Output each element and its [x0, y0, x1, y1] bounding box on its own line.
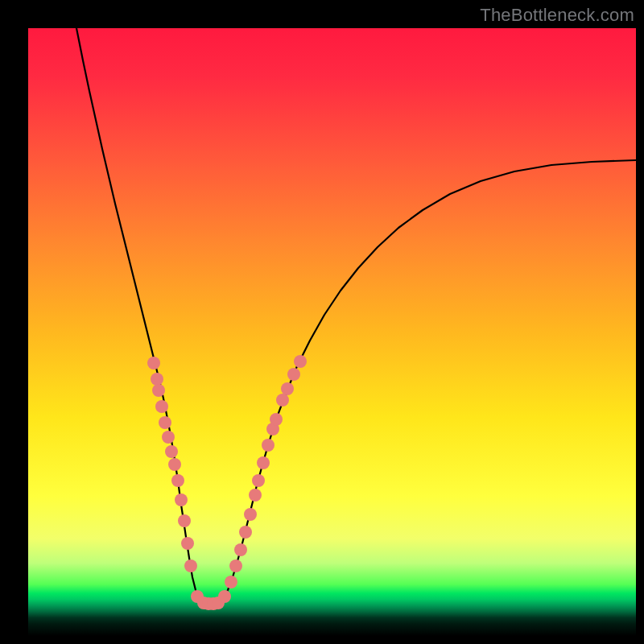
data-dot [239, 526, 252, 539]
data-dot [147, 357, 160, 369]
data-dot [294, 355, 307, 368]
data-dot [252, 474, 265, 487]
data-dot [225, 576, 237, 588]
chart-svg [28, 28, 636, 636]
data-dot [152, 384, 165, 397]
data-dot [165, 445, 178, 458]
data-dot [181, 537, 194, 550]
data-dot [287, 368, 300, 381]
watermark-text: TheBottleneck.com [480, 5, 634, 26]
data-dot [168, 458, 181, 471]
data-dot [171, 474, 184, 487]
data-dots [147, 355, 307, 610]
data-dot [229, 559, 242, 572]
bottleneck-curve [76, 28, 636, 604]
data-dot [270, 413, 283, 426]
data-dot [218, 590, 231, 603]
chart-frame: TheBottleneck.com [0, 0, 644, 644]
data-dot [249, 489, 262, 502]
data-dot [178, 514, 191, 527]
data-dot [175, 493, 188, 506]
data-dot [151, 373, 163, 386]
data-dot [281, 382, 294, 395]
data-dot [262, 439, 275, 452]
data-dot [159, 416, 171, 429]
data-dot [155, 400, 168, 413]
data-dot [257, 456, 270, 469]
data-dot [276, 394, 289, 407]
data-dot [234, 543, 247, 556]
data-dot [184, 559, 197, 572]
data-dot [162, 431, 175, 444]
data-dot [244, 508, 257, 521]
